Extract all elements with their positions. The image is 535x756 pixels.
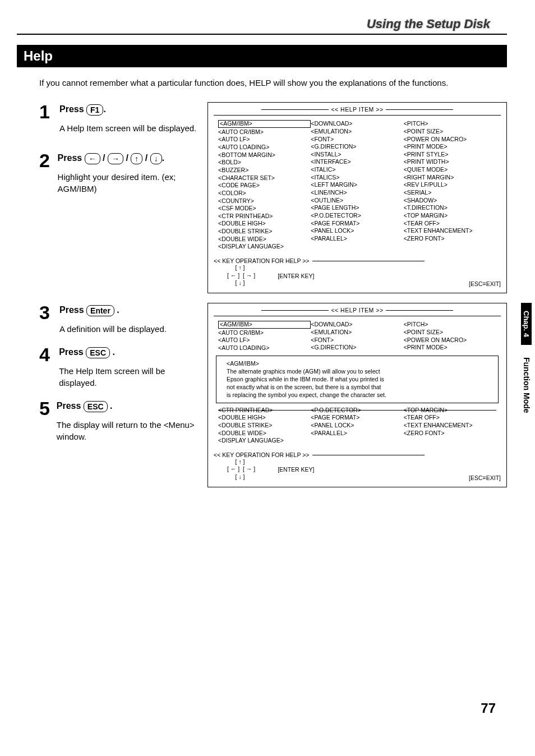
step-3-instruction: Press Enter . bbox=[59, 305, 167, 316]
step-number-3: 3 bbox=[39, 303, 59, 322]
page-number: 77 bbox=[17, 700, 507, 716]
section-bar-help: Help bbox=[17, 45, 507, 67]
selected-item-2: <AGM/IBM> bbox=[218, 321, 311, 329]
screen-title: << HELP ITEM >> bbox=[214, 106, 501, 113]
definition-box: <AGM/IBM> The alternate graphics mode (A… bbox=[216, 356, 499, 403]
step-1-desc: A Help Item screen will be displayed. bbox=[59, 122, 196, 134]
step-1-instruction: Press F1. bbox=[59, 104, 196, 116]
step-number-5: 5 bbox=[39, 399, 57, 418]
key-operation-title: << KEY OPERATION FOR HELP >> bbox=[214, 257, 501, 264]
key-enter: Enter bbox=[86, 305, 114, 316]
step-number-1: 1 bbox=[39, 102, 59, 121]
step-5-instruction: Press ESC . bbox=[57, 401, 202, 412]
help-item-screen-2: << HELP ITEM >> <AGM/IBM> <AUTO CR/IBM><… bbox=[207, 303, 507, 487]
step-number-2: 2 bbox=[39, 151, 58, 170]
key-operation-title-2: << KEY OPERATION FOR HELP >> bbox=[214, 451, 501, 458]
enter-key-label: [ENTER KEY] bbox=[278, 273, 314, 279]
page-header: Using the Setup Disk bbox=[17, 17, 507, 31]
key-esc-1: ESC bbox=[86, 347, 110, 358]
chapter-tab: Chap. 4 bbox=[521, 303, 532, 345]
key-op-arrows-2: [ ↑ ] [ ← ] [ → ] [ ↓ ] bbox=[214, 458, 255, 481]
selected-item: <AGM/IBM> bbox=[218, 120, 311, 128]
help-col-2: <DOWNLOAD><EMULATION><FONT> <G.DIRECTION… bbox=[311, 120, 403, 251]
key-esc-2: ESC bbox=[84, 401, 108, 412]
key-op-arrows: [ ↑ ] [ ← ] [ → ] [ ↓ ] bbox=[214, 264, 255, 287]
esc-exit-label-2: [ESC=EXIT] bbox=[469, 474, 501, 481]
help-col-3: <PITCH><POINT SIZE><POWER ON MACRO> <PRI… bbox=[404, 120, 496, 251]
section-tab: Function Mode bbox=[522, 353, 531, 418]
arrow-up-icon: ↑ bbox=[131, 153, 142, 164]
step-5-desc: The display will return to the <Menu> wi… bbox=[57, 419, 202, 442]
help-item-screen-1: << HELP ITEM >> <AGM/IBM> <AUTO CR/IBM><… bbox=[207, 102, 507, 293]
intro-text: If you cannot remember what a particular… bbox=[39, 77, 477, 89]
arrow-left-icon: ← bbox=[85, 153, 100, 164]
key-f1: F1 bbox=[86, 104, 103, 116]
step-4-instruction: Press ESC . bbox=[59, 347, 202, 358]
help-col-1: <AGM/IBM> <AUTO CR/IBM><AUTO LF><AUTO LO… bbox=[218, 120, 311, 251]
esc-exit-label: [ESC=EXIT] bbox=[469, 280, 501, 287]
screen-title-2: << HELP ITEM >> bbox=[214, 307, 501, 314]
step-4-desc: The Help Item screen will be displayed. bbox=[59, 365, 202, 389]
header-divider bbox=[17, 34, 507, 35]
step-3-desc: A definition will be displayed. bbox=[59, 323, 167, 335]
arrow-down-icon: ↓ bbox=[150, 153, 162, 164]
enter-key-label-2: [ENTER KEY] bbox=[278, 466, 314, 473]
arrow-right-icon: → bbox=[108, 153, 123, 164]
step-2-desc: Highlight your desired item. (ex; AGM/IB… bbox=[58, 171, 202, 195]
step-number-4: 4 bbox=[39, 345, 59, 364]
step-2-instruction: Press ← / → / ↑ / ↓. bbox=[58, 153, 202, 164]
